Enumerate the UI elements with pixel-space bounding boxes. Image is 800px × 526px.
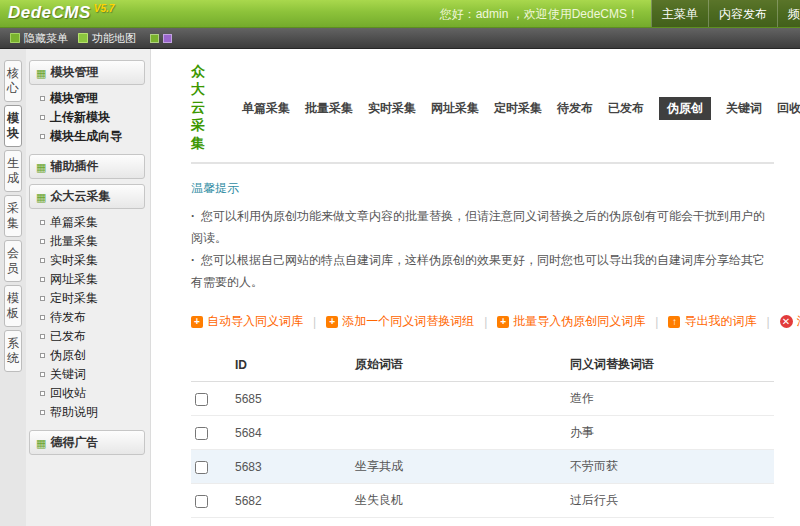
sidebar-item-list: 单篇采集批量采集实时采集网址采集定时采集待发布已发布伪原创关键词回收站帮助说明: [28, 213, 146, 422]
sidebar-item[interactable]: 实时采集: [40, 251, 146, 270]
tab[interactable]: 实时采集: [368, 100, 416, 117]
table-header-checkbox-cell: [191, 348, 231, 382]
sidebar-section-title: 辅助插件: [50, 158, 98, 175]
side-tab[interactable]: 会员: [4, 240, 22, 282]
function-map-label: 功能地图: [92, 31, 136, 46]
greeting-text: 您好：admin ，欢迎使用DedeCMS！: [440, 0, 639, 28]
grid-icon: ▦: [36, 162, 46, 172]
sidebar-item-list: 模块管理上传新模块模块生成向导: [28, 89, 146, 146]
tab[interactable]: 批量采集: [305, 100, 353, 117]
table-row: 5682坐失良机过后行兵: [191, 484, 774, 518]
top-menu-item[interactable]: 内容发布: [708, 0, 777, 28]
bullet-icon: [40, 115, 45, 120]
action-export-my-words[interactable]: ↑导出我的词库: [668, 313, 756, 330]
bullet-icon: [40, 239, 45, 244]
cell-id: 5681: [231, 518, 351, 526]
sidebar-item-label: 待发布: [50, 308, 86, 327]
action-auto-import-synonyms[interactable]: +自动导入同义词库: [191, 313, 303, 330]
bullet-icon: [40, 315, 45, 320]
cell-original: 坐失良机: [351, 484, 566, 518]
tab[interactable]: 网址采集: [431, 100, 479, 117]
sidebar-item[interactable]: 关键词: [40, 365, 146, 384]
bullet-icon: [40, 296, 45, 301]
action-label: 导出我的词库: [684, 313, 756, 330]
column-header-id: ID: [231, 348, 351, 382]
sidebar-section-header[interactable]: ▦模块管理: [29, 60, 145, 85]
sidebar-item[interactable]: 模块管理: [40, 89, 146, 108]
hide-menu-label: 隐藏菜单: [24, 31, 68, 46]
tab[interactable]: 回收站: [777, 100, 800, 117]
side-tab[interactable]: 采集: [4, 195, 22, 237]
checkbox-cell: [191, 416, 231, 450]
bullet-icon: [40, 277, 45, 282]
column-header-original: 原始词语: [351, 348, 566, 382]
tab-row: 众大云采集 单篇采集批量采集实时采集网址采集定时采集待发布已发布伪原创关键词回收…: [191, 63, 774, 164]
side-tab[interactable]: 核心: [4, 60, 22, 102]
sidebar-item[interactable]: 单篇采集: [40, 213, 146, 232]
sidebar-item[interactable]: 模块生成向导: [40, 127, 146, 146]
tab[interactable]: 已发布: [608, 100, 644, 117]
skin-color-swatch[interactable]: [150, 34, 159, 43]
page: DedeCMSV5.7 您好：admin ，欢迎使用DedeCMS！ 主菜单内容…: [0, 0, 800, 526]
function-map-button[interactable]: 功能地图: [78, 31, 136, 46]
table-row: 5683坐享其成不劳而获: [191, 450, 774, 484]
sidebar-item[interactable]: 已发布: [40, 327, 146, 346]
plus-icon: +: [191, 316, 203, 328]
side-tab[interactable]: 模板: [4, 285, 22, 327]
sidebar-item[interactable]: 网址采集: [40, 270, 146, 289]
bullet-icon: [40, 334, 45, 339]
grid-icon: ▦: [36, 68, 46, 78]
tab[interactable]: 待发布: [557, 100, 593, 117]
sidebar-item[interactable]: 定时采集: [40, 289, 146, 308]
tab[interactable]: 定时采集: [494, 100, 542, 117]
side-tab[interactable]: 模块: [4, 105, 22, 147]
sidebar-item[interactable]: 批量采集: [40, 232, 146, 251]
hide-menu-button[interactable]: 隐藏菜单: [10, 31, 68, 46]
tab[interactable]: 单篇采集: [242, 100, 290, 117]
map-icon: [78, 33, 88, 43]
tab[interactable]: 关键词: [726, 100, 762, 117]
sidebar-item[interactable]: 伪原创: [40, 346, 146, 365]
tab[interactable]: 伪原创: [659, 97, 711, 120]
sidebar-section-header[interactable]: ▦德得广告: [29, 430, 145, 455]
sidebar-item-label: 单篇采集: [50, 213, 98, 232]
sidebar-item[interactable]: 帮助说明: [40, 403, 146, 422]
action-batch-import-synonyms[interactable]: +批量导入伪原创同义词库: [497, 313, 645, 330]
side-tab[interactable]: 生成: [4, 150, 22, 192]
cell-replacement: 下狱: [566, 518, 774, 526]
bullet-icon: [40, 220, 45, 225]
sidebar-item-label: 关键词: [50, 365, 86, 384]
separator: |: [655, 315, 658, 329]
export-icon: ↑: [668, 316, 680, 328]
row-checkbox[interactable]: [195, 427, 208, 440]
skin-color-swatch[interactable]: [163, 34, 172, 43]
action-label: 批量导入伪原创同义词库: [513, 313, 645, 330]
top-menu-item[interactable]: 频道管理: [777, 0, 800, 28]
cell-original: [351, 382, 566, 416]
side-tab-strip: 核心模块生成采集会员模板系统: [0, 49, 26, 526]
sidebar-item[interactable]: 回收站: [40, 384, 146, 403]
checkbox-cell: [191, 518, 231, 526]
top-menu-item[interactable]: 主菜单: [651, 0, 708, 28]
bullet-icon: [40, 353, 45, 358]
action-add-synonym-group[interactable]: +添加一个同义词替换词组: [326, 313, 474, 330]
menu-icon: [10, 33, 20, 43]
bullet-icon: [40, 372, 45, 377]
cell-id: 5685: [231, 382, 351, 416]
sidebar-section-header[interactable]: ▦辅助插件: [29, 154, 145, 179]
skin-switcher: [150, 34, 172, 43]
cell-id: 5682: [231, 484, 351, 518]
sidebar-item-label: 伪原创: [50, 346, 86, 365]
side-tab[interactable]: 系统: [4, 330, 22, 372]
row-checkbox[interactable]: [195, 495, 208, 508]
sidebar-section-header[interactable]: ▦众大云采集: [29, 184, 145, 209]
page-title: 众大云采集: [191, 63, 205, 153]
separator: |: [313, 315, 316, 329]
sidebar-item[interactable]: 上传新模块: [40, 108, 146, 127]
plus-icon: +: [326, 316, 338, 328]
action-clear-words[interactable]: ✕清空伪原创词库: [780, 313, 800, 330]
row-checkbox[interactable]: [195, 393, 208, 406]
sidebar-item[interactable]: 待发布: [40, 308, 146, 327]
sidebar-section-title: 众大云采集: [50, 188, 110, 205]
row-checkbox[interactable]: [195, 461, 208, 474]
